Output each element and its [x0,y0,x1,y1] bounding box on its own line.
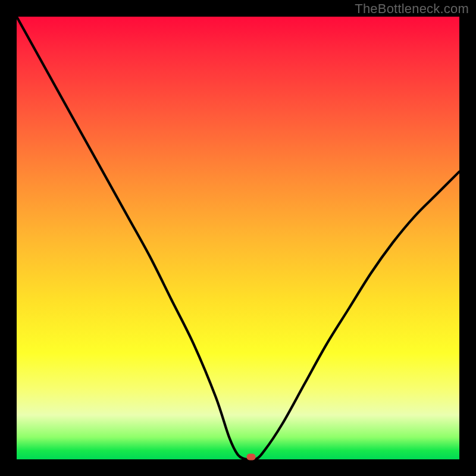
chart-frame: TheBottleneck.com [0,0,476,476]
minimum-marker [247,454,256,461]
bottleneck-curve [17,17,459,459]
plot-area [17,17,459,459]
site-watermark: TheBottleneck.com [355,1,469,17]
